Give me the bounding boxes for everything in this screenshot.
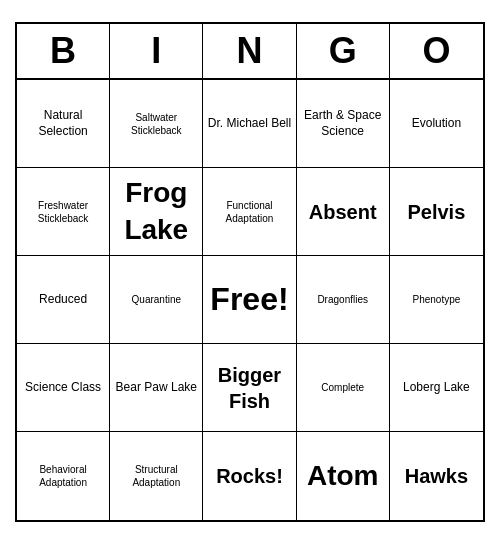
bingo-cell-14: Phenotype — [390, 256, 483, 344]
cell-text-7: Functional Adaptation — [207, 199, 291, 225]
cell-text-2: Dr. Michael Bell — [208, 116, 291, 132]
cell-text-19: Loberg Lake — [403, 380, 470, 396]
bingo-cell-18: Complete — [297, 344, 390, 432]
bingo-cell-5: Freshwater Stickleback — [17, 168, 110, 256]
bingo-cell-9: Pelvis — [390, 168, 483, 256]
bingo-cell-6: Frog Lake — [110, 168, 203, 256]
bingo-grid: Natural SelectionSaltwater SticklebackDr… — [17, 80, 483, 520]
cell-text-22: Rocks! — [216, 463, 283, 489]
cell-text-14: Phenotype — [412, 293, 460, 306]
cell-text-13: Dragonflies — [317, 293, 368, 306]
bingo-cell-8: Absent — [297, 168, 390, 256]
bingo-letter-n: N — [203, 24, 296, 78]
cell-text-1: Saltwater Stickleback — [114, 111, 198, 137]
cell-text-6: Frog Lake — [114, 175, 198, 248]
cell-text-17: Bigger Fish — [207, 362, 291, 414]
bingo-cell-21: Structural Adaptation — [110, 432, 203, 520]
cell-text-21: Structural Adaptation — [114, 463, 198, 489]
cell-text-9: Pelvis — [407, 199, 465, 225]
cell-text-24: Hawks — [405, 463, 468, 489]
cell-text-5: Freshwater Stickleback — [21, 199, 105, 225]
bingo-letter-g: G — [297, 24, 390, 78]
cell-text-23: Atom — [307, 458, 379, 494]
bingo-cell-2: Dr. Michael Bell — [203, 80, 296, 168]
bingo-cell-1: Saltwater Stickleback — [110, 80, 203, 168]
bingo-letter-o: O — [390, 24, 483, 78]
bingo-cell-19: Loberg Lake — [390, 344, 483, 432]
cell-text-11: Quarantine — [132, 293, 181, 306]
bingo-cell-0: Natural Selection — [17, 80, 110, 168]
bingo-cell-7: Functional Adaptation — [203, 168, 296, 256]
cell-text-16: Bear Paw Lake — [116, 380, 197, 396]
cell-text-0: Natural Selection — [21, 108, 105, 139]
bingo-cell-20: Behavioral Adaptation — [17, 432, 110, 520]
bingo-cell-22: Rocks! — [203, 432, 296, 520]
cell-text-18: Complete — [321, 381, 364, 394]
bingo-letter-i: I — [110, 24, 203, 78]
cell-text-3: Earth & Space Science — [301, 108, 385, 139]
bingo-cell-4: Evolution — [390, 80, 483, 168]
bingo-cell-16: Bear Paw Lake — [110, 344, 203, 432]
bingo-cell-3: Earth & Space Science — [297, 80, 390, 168]
bingo-cell-10: Reduced — [17, 256, 110, 344]
bingo-cell-17: Bigger Fish — [203, 344, 296, 432]
bingo-header: BINGO — [17, 24, 483, 80]
cell-text-4: Evolution — [412, 116, 461, 132]
cell-text-20: Behavioral Adaptation — [21, 463, 105, 489]
bingo-cell-11: Quarantine — [110, 256, 203, 344]
bingo-card: BINGO Natural SelectionSaltwater Stickle… — [15, 22, 485, 522]
cell-text-10: Reduced — [39, 292, 87, 308]
cell-text-8: Absent — [309, 199, 377, 225]
cell-text-15: Science Class — [25, 380, 101, 396]
bingo-cell-23: Atom — [297, 432, 390, 520]
cell-text-12: Free! — [210, 279, 288, 321]
bingo-letter-b: B — [17, 24, 110, 78]
bingo-cell-24: Hawks — [390, 432, 483, 520]
bingo-cell-12: Free! — [203, 256, 296, 344]
bingo-cell-15: Science Class — [17, 344, 110, 432]
bingo-cell-13: Dragonflies — [297, 256, 390, 344]
